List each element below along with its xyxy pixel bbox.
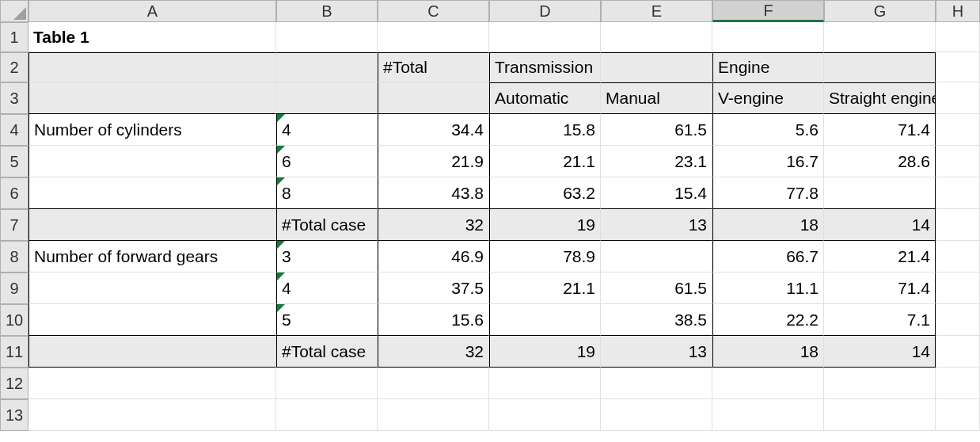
cell-B10[interactable]: 5 [276,304,378,336]
cell-C3[interactable] [378,82,489,114]
cell-C5[interactable]: 21.9 [378,146,489,177]
row-header-13[interactable]: 13 [0,399,28,431]
cell-B5[interactable]: 6 [276,146,378,177]
cell-D9[interactable]: 21.1 [489,272,601,304]
cell-G11[interactable]: 14 [824,336,936,368]
cell-G2[interactable] [824,52,936,82]
cell-C4[interactable]: 34.4 [378,114,489,146]
cell-F13[interactable] [712,399,824,431]
col-header-B[interactable]: B [276,0,378,22]
cell-D6[interactable]: 63.2 [489,177,601,209]
row-header-12[interactable]: 12 [0,368,28,399]
row-header-8[interactable]: 8 [0,241,28,272]
cell-A13[interactable] [28,399,276,431]
cell-H5[interactable] [936,146,980,177]
cell-B8[interactable]: 3 [276,241,378,272]
cell-A7[interactable] [28,209,276,241]
cell-H3[interactable] [936,82,980,114]
row-header-3[interactable]: 3 [0,82,28,114]
cell-E2[interactable] [601,52,712,82]
cell-A3[interactable] [28,82,276,114]
cell-B13[interactable] [276,399,378,431]
cell-F11[interactable]: 18 [712,336,824,368]
cell-H11[interactable] [936,336,980,368]
row-header-11[interactable]: 11 [0,336,28,368]
cell-H1[interactable] [936,22,980,52]
cell-G6[interactable] [824,177,936,209]
col-header-D[interactable]: D [489,0,601,22]
cell-G8[interactable]: 21.4 [824,241,936,272]
cell-F4[interactable]: 5.6 [712,114,824,146]
row-header-9[interactable]: 9 [0,272,28,304]
cell-H4[interactable] [936,114,980,146]
cell-E5[interactable]: 23.1 [601,146,712,177]
cell-B2[interactable] [276,52,378,82]
cell-H12[interactable] [936,368,980,399]
cell-C2[interactable]: #Total [378,52,489,82]
col-header-C[interactable]: C [378,0,489,22]
cell-D13[interactable] [489,399,601,431]
cell-E13[interactable] [601,399,712,431]
cell-A2[interactable] [28,52,276,82]
cell-C11[interactable]: 32 [378,336,489,368]
cell-H7[interactable] [936,209,980,241]
cell-C1[interactable] [378,22,489,52]
cell-G12[interactable] [824,368,936,399]
cell-F7[interactable]: 18 [712,209,824,241]
cell-E11[interactable]: 13 [601,336,712,368]
cell-C13[interactable] [378,399,489,431]
cell-C8[interactable]: 46.9 [378,241,489,272]
cell-F3[interactable]: V-engine [712,82,824,114]
cell-G1[interactable] [824,22,936,52]
cell-D3[interactable]: Automatic [489,82,601,114]
row-header-2[interactable]: 2 [0,52,28,82]
col-header-A[interactable]: A [28,0,276,22]
cell-C12[interactable] [378,368,489,399]
cell-B4[interactable]: 4 [276,114,378,146]
cell-F12[interactable] [712,368,824,399]
select-all-corner[interactable] [0,0,28,22]
cell-E7[interactable]: 13 [601,209,712,241]
cell-G4[interactable]: 71.4 [824,114,936,146]
cell-B6[interactable]: 8 [276,177,378,209]
cell-B7[interactable]: #Total case [276,209,378,241]
cell-E4[interactable]: 61.5 [601,114,712,146]
cell-E8[interactable] [601,241,712,272]
cell-F1[interactable] [712,22,824,52]
cell-B12[interactable] [276,368,378,399]
cell-E6[interactable]: 15.4 [601,177,712,209]
cell-C7[interactable]: 32 [378,209,489,241]
row-header-5[interactable]: 5 [0,146,28,177]
cell-A5[interactable] [28,146,276,177]
cell-A8[interactable]: Number of forward gears [28,241,276,272]
cell-A4[interactable]: Number of cylinders [28,114,276,146]
cell-G3[interactable]: Straight engine [824,82,936,114]
cell-C9[interactable]: 37.5 [378,272,489,304]
cell-E12[interactable] [601,368,712,399]
cell-A11[interactable] [28,336,276,368]
col-header-F[interactable]: F [712,0,824,22]
cell-H6[interactable] [936,177,980,209]
cell-D11[interactable]: 19 [489,336,601,368]
cell-D10[interactable] [489,304,601,336]
cell-C10[interactable]: 15.6 [378,304,489,336]
cell-A12[interactable] [28,368,276,399]
cell-B3[interactable] [276,82,378,114]
cell-F9[interactable]: 11.1 [712,272,824,304]
cell-E1[interactable] [601,22,712,52]
cell-A10[interactable] [28,304,276,336]
cell-E3[interactable]: Manual [601,82,712,114]
cell-H2[interactable] [936,52,980,82]
cell-C6[interactable]: 43.8 [378,177,489,209]
col-header-E[interactable]: E [601,0,712,22]
row-header-4[interactable]: 4 [0,114,28,146]
cell-D7[interactable]: 19 [489,209,601,241]
cell-A6[interactable] [28,177,276,209]
cell-H13[interactable] [936,399,980,431]
cell-D1[interactable] [489,22,601,52]
cell-D2[interactable]: Transmission [489,52,601,82]
row-header-7[interactable]: 7 [0,209,28,241]
cell-B1[interactable] [276,22,378,52]
cell-G5[interactable]: 28.6 [824,146,936,177]
cell-F10[interactable]: 22.2 [712,304,824,336]
